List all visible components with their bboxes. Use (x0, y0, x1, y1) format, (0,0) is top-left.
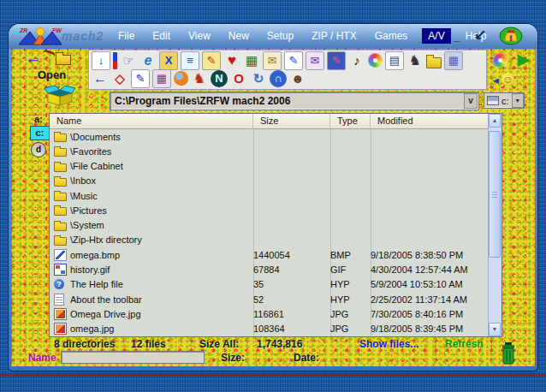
path-combobox[interactable]: C:\Program Files\ZRFW mach2 2006 v (110, 92, 479, 110)
directory-row[interactable]: \Favorites (50, 144, 489, 158)
path-dropdown-button[interactable]: v (464, 93, 478, 109)
notepad-pen-icon[interactable]: ✎ (131, 69, 150, 88)
mail-glasses-icon[interactable]: ✉ (306, 51, 324, 70)
show-files-link[interactable]: Show files... (359, 338, 418, 350)
headphones-icon-glyph: ∩ (274, 73, 282, 84)
trash-button[interactable] (501, 342, 516, 369)
file-row[interactable]: The Help file35HYP5/9/2004 10:53:10 AM (50, 277, 489, 292)
heart-icon[interactable]: ♥ (223, 52, 240, 69)
folder-yellow-icon[interactable] (426, 57, 442, 68)
file-row[interactable]: omega.jpg108364JPG9/18/2005 8:39:45 PM (50, 321, 489, 336)
drive-c-button[interactable]: c: (30, 126, 50, 140)
file-list: Name Size Type Modified \Documents\Favor… (49, 113, 502, 337)
menu-zip-htx[interactable]: ZIP / HTX (308, 28, 359, 44)
open-button[interactable]: ← Open (23, 50, 90, 110)
internet-explorer-icon[interactable]: e (139, 52, 157, 69)
directory-row[interactable]: \System (50, 218, 489, 233)
name-filter-label: Name (28, 352, 56, 364)
scroll-down-button[interactable]: ▼ (489, 323, 501, 336)
cube-icon[interactable]: ◇ (111, 70, 128, 87)
edit-red-icon-glyph: ✎ (332, 55, 341, 66)
back-open-icon-glyph: ← (93, 72, 107, 86)
edit-blue-icon[interactable]: ✎ (284, 51, 303, 70)
minimize-button[interactable]: _ (450, 29, 464, 43)
menu-setup[interactable]: Setup (264, 28, 297, 44)
edit-red-icon[interactable]: ✎ (327, 51, 346, 70)
file-row[interactable]: omega.bmp1440054BMP9/18/2005 8:38:50 PM (50, 247, 489, 262)
back-open-icon[interactable]: ← (92, 70, 109, 87)
netscape-icon[interactable]: N (211, 70, 228, 87)
calendar-clock-icon[interactable]: ▦ (152, 69, 171, 88)
previous-button[interactable]: ◄ (491, 74, 501, 86)
directory-row[interactable]: \Zip-Htx directory (50, 233, 489, 247)
basket-icon[interactable]: ✉ (263, 51, 282, 70)
play-button[interactable]: ► (514, 50, 533, 70)
title-bar[interactable]: ZR FW mach2 FileEditViewNewSetupZIP / HT… (9, 24, 537, 49)
drive-d-button[interactable]: d (31, 142, 46, 157)
refresh-link[interactable]: Refresh (445, 338, 484, 350)
column-header-modified[interactable]: Modified (371, 114, 489, 129)
pegasus-icon[interactable]: ♞ (407, 52, 424, 69)
file-row[interactable]: Omega Drive.jpg116861JPG7/30/2005 8:40:1… (50, 306, 489, 321)
exit-button[interactable] (498, 27, 524, 49)
menu-new[interactable]: New (225, 28, 252, 44)
divider-bar-icon[interactable] (113, 52, 117, 69)
paint-tools-icon-glyph: ✎ (207, 55, 217, 66)
directory-row[interactable]: \Documents (50, 129, 489, 144)
logo-down-icon[interactable]: ↓ (92, 51, 110, 70)
directory-row[interactable]: \Pictures (50, 203, 489, 217)
calculator-icon[interactable]: ▦ (444, 51, 463, 70)
menu-file[interactable]: File (115, 28, 138, 44)
paint-tools-icon[interactable]: ✎ (202, 51, 221, 70)
scrollbar-thumb[interactable] (489, 131, 501, 258)
name-cell: The Help file (70, 279, 253, 289)
folder-icon (54, 163, 67, 172)
directory-row[interactable]: \File Cabinet (50, 159, 489, 174)
files-count: 12 files (131, 338, 166, 350)
hand-pointer-icon[interactable]: ☞ (120, 52, 137, 69)
green-cards-icon[interactable]: ▦ (243, 52, 260, 69)
column-header-type[interactable]: Type (330, 114, 371, 129)
svg-text:ZR: ZR (19, 27, 27, 33)
menu-view[interactable]: View (185, 28, 214, 44)
directory-row[interactable]: \Music (50, 188, 489, 203)
notepad-pen-icon-glyph: ✎ (136, 73, 145, 84)
menu-a-v[interactable]: A/V (422, 28, 450, 44)
file-row[interactable]: About the toolbar52HYP2/25/2002 11:37:14… (50, 292, 489, 306)
open-box-icon (44, 82, 76, 110)
cd-colorful-icon[interactable] (368, 53, 383, 68)
opera-icon[interactable]: O (230, 70, 247, 87)
notepad-icon[interactable]: ≡ (181, 51, 199, 70)
column-header-size[interactable]: Size (253, 114, 330, 129)
vertical-scrollbar[interactable]: ▲ ▼ (488, 114, 501, 336)
file-list-body: \Documents\Favorites\File Cabinet\Inbox\… (50, 129, 489, 336)
notecard-icon[interactable]: ▤ (385, 51, 404, 70)
refresh-arrows-icon[interactable]: ↻ (250, 70, 267, 87)
drive-combobox[interactable]: c: ▼ (484, 92, 525, 109)
restore-button[interactable]: ↙ (471, 26, 490, 45)
headphones-icon[interactable]: ∩ (270, 70, 287, 87)
name-filter-input[interactable] (61, 351, 205, 364)
microphone-icon[interactable]: ♪ (348, 52, 365, 69)
drive-dropdown-button[interactable]: ▼ (512, 93, 524, 108)
size-filter-label: Size: (221, 352, 245, 364)
firefox-icon[interactable] (174, 71, 188, 86)
dragon-icon[interactable]: ♞ (191, 70, 208, 87)
drive-a-button[interactable]: a: (34, 114, 43, 124)
scroll-up-button[interactable]: ▲ (489, 114, 501, 128)
hedgehog-icon[interactable]: ☻ (289, 70, 306, 87)
file-row[interactable]: history.gif67884GIF4/30/2004 12:57:44 AM (50, 262, 489, 276)
desktop-red-stripe (0, 374, 546, 377)
column-header-name[interactable]: Name (50, 114, 253, 129)
modified-cell: 4/30/2004 12:57:44 AM (371, 264, 489, 275)
menu-edit[interactable]: Edit (149, 28, 174, 44)
imgred-icon (54, 308, 67, 320)
toolbar-row-1: ↓☞eX≡✎♥▦✉✎✉✎♪▤♞▦ (92, 51, 463, 69)
folder-icon (54, 178, 67, 187)
menu-games[interactable]: Games (371, 28, 412, 44)
name-cell: Omega Drive.jpg (70, 309, 253, 319)
cd-player-button[interactable] (493, 53, 507, 68)
smiley-button[interactable]: ☺ (501, 73, 514, 86)
directory-row[interactable]: \Inbox (50, 174, 489, 188)
x-emblem-icon[interactable]: X (159, 51, 178, 70)
